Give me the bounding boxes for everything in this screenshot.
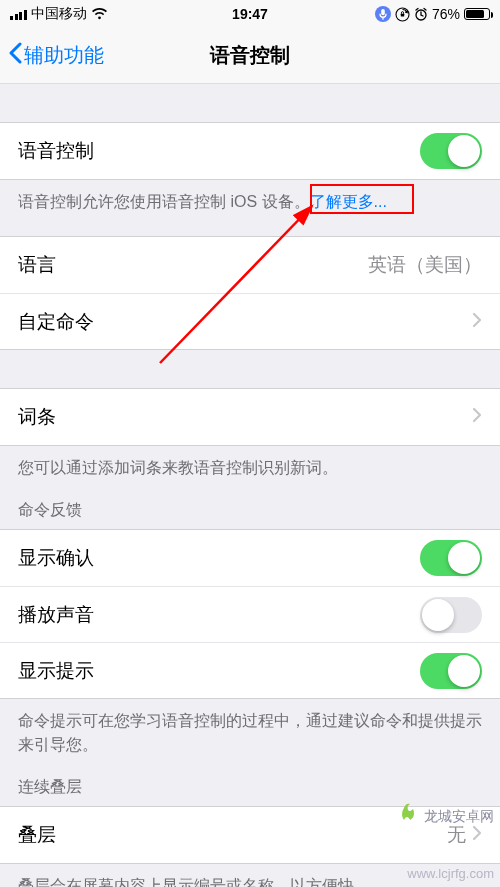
row-language[interactable]: 语言 英语（美国）	[0, 237, 500, 293]
cellular-signal-icon	[10, 8, 27, 20]
learn-more-link[interactable]: 了解更多...	[310, 193, 387, 210]
svg-rect-3	[401, 13, 404, 16]
group-feedback: 显示确认 播放声音 显示提示	[0, 529, 500, 699]
feedback-header: 命令反馈	[0, 480, 500, 529]
battery-icon	[464, 8, 490, 20]
rotation-lock-icon	[395, 7, 410, 22]
nav-bar: 辅助功能 语音控制	[0, 28, 500, 84]
watermark-site: 龙城安卓网	[398, 802, 494, 831]
play-sound-label: 播放声音	[18, 602, 94, 628]
feedback-footer: 命令提示可在您学习语音控制的过程中，通过建议命令和提供提示来引导您。	[0, 699, 500, 757]
voice-control-footer: 语音控制允许您使用语音控制 iOS 设备。了解更多...	[0, 180, 500, 214]
custom-commands-label: 自定命令	[18, 309, 94, 335]
voice-control-footer-text: 语音控制允许您使用语音控制 iOS 设备	[18, 193, 294, 210]
row-show-confirm: 显示确认	[0, 530, 500, 586]
settings-content: 语音控制 语音控制允许您使用语音控制 iOS 设备。了解更多... 语言 英语（…	[0, 84, 500, 887]
row-voice-control: 语音控制	[0, 123, 500, 179]
row-custom-commands[interactable]: 自定命令	[0, 293, 500, 349]
show-confirm-label: 显示确认	[18, 545, 94, 571]
row-vocabulary[interactable]: 词条	[0, 389, 500, 445]
group-language: 语言 英语（美国） 自定命令	[0, 236, 500, 350]
vocabulary-label: 词条	[18, 404, 56, 430]
battery-percent: 76%	[432, 6, 460, 22]
chevron-right-icon	[472, 311, 482, 333]
language-label: 语言	[18, 252, 56, 278]
wifi-icon	[91, 8, 108, 20]
play-sound-switch[interactable]	[420, 597, 482, 633]
chevron-left-icon	[8, 42, 24, 69]
group-vocabulary: 词条	[0, 388, 500, 446]
watermark-url: www.lcjrfg.com	[407, 866, 494, 881]
back-label: 辅助功能	[24, 42, 104, 69]
row-play-sound: 播放声音	[0, 586, 500, 642]
show-hint-label: 显示提示	[18, 658, 94, 684]
alarm-icon	[414, 7, 428, 21]
status-time: 19:47	[232, 6, 268, 22]
show-confirm-switch[interactable]	[420, 540, 482, 576]
voice-control-switch[interactable]	[420, 133, 482, 169]
overlay-header: 连续叠层	[0, 757, 500, 806]
status-bar: 中国移动 19:47 76%	[0, 0, 500, 28]
watermark-logo-icon	[398, 802, 420, 831]
row-show-hint: 显示提示	[0, 642, 500, 698]
chevron-right-icon	[472, 406, 482, 428]
carrier-label: 中国移动	[31, 5, 87, 23]
group-voice-control: 语音控制	[0, 122, 500, 180]
status-left: 中国移动	[10, 5, 108, 23]
svg-rect-1	[381, 9, 385, 15]
voice-control-label: 语音控制	[18, 138, 94, 164]
overlay-label: 叠层	[18, 822, 56, 848]
back-button[interactable]: 辅助功能	[8, 42, 104, 69]
microphone-icon	[375, 6, 391, 22]
vocabulary-footer: 您可以通过添加词条来教语音控制识别新词。	[0, 446, 500, 480]
show-hint-switch[interactable]	[420, 653, 482, 689]
status-right: 76%	[375, 6, 490, 22]
page-title: 语音控制	[210, 42, 290, 69]
language-value: 英语（美国）	[368, 252, 482, 278]
